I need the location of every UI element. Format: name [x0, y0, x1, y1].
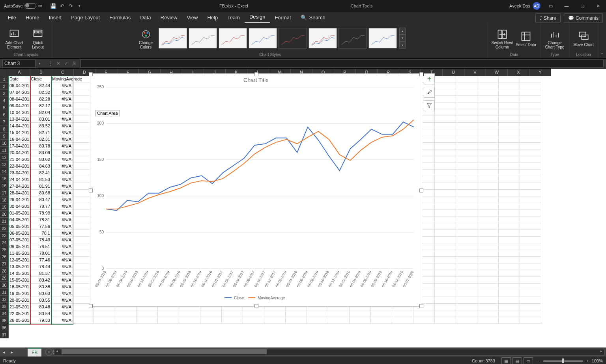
cell-date[interactable]: 13-04-2015	[9, 116, 30, 123]
row-header[interactable]: 33	[0, 303, 9, 310]
cell-empty[interactable]	[307, 310, 328, 317]
chart-handle-t[interactable]	[254, 72, 258, 76]
cell-date[interactable]: 28-04-2015	[9, 190, 30, 196]
cell-ma[interactable]: #N/A	[51, 297, 73, 304]
cell-empty[interactable]	[520, 176, 541, 183]
col-header-B[interactable]: B	[30, 69, 52, 76]
row-header[interactable]: 3	[0, 90, 9, 97]
chart-title[interactable]: Chart Title	[90, 77, 422, 83]
cell-empty[interactable]	[499, 196, 520, 203]
cell-empty[interactable]	[435, 143, 456, 149]
cell-empty[interactable]	[520, 270, 541, 277]
cell-empty[interactable]	[499, 284, 520, 290]
cell-empty[interactable]	[499, 304, 520, 310]
cell-empty[interactable]	[179, 317, 200, 324]
page-break-view-icon[interactable]: ▭	[524, 357, 533, 364]
cell-empty[interactable]	[499, 89, 520, 96]
cell-empty[interactable]	[435, 203, 456, 210]
cell-empty[interactable]	[477, 170, 499, 176]
cell-empty[interactable]	[520, 123, 541, 129]
cell-ma[interactable]: #N/A	[51, 136, 73, 143]
cell-empty[interactable]	[520, 210, 541, 217]
cell-close[interactable]: 79.33	[30, 317, 51, 324]
cell-empty[interactable]	[477, 196, 499, 203]
cell-date[interactable]: 09-04-2015	[9, 103, 30, 109]
cell-close[interactable]: 80.55	[30, 297, 51, 304]
cell-empty[interactable]	[456, 163, 477, 170]
row-header[interactable]: 17	[0, 189, 9, 196]
zoom-out-icon[interactable]: −	[538, 358, 540, 363]
cell-empty[interactable]	[73, 310, 94, 317]
cell-empty[interactable]	[456, 257, 477, 263]
zoom-in-icon[interactable]: +	[586, 358, 588, 363]
cell-empty[interactable]	[115, 310, 137, 317]
tab-insert[interactable]: Insert	[44, 12, 67, 23]
cell-close[interactable]: 78.81	[30, 217, 51, 223]
cell-empty[interactable]	[499, 223, 520, 230]
cell-date[interactable]: 07-05-2015	[9, 237, 30, 243]
cell-date[interactable]: 07-04-2015	[9, 89, 30, 96]
cell-empty[interactable]	[435, 176, 456, 183]
cell-empty[interactable]	[520, 203, 541, 210]
cell-empty[interactable]	[477, 317, 499, 324]
autosave-toggle[interactable]: AutoSave Off	[4, 3, 42, 9]
row-header[interactable]: 5	[0, 104, 9, 111]
cell-header-close[interactable]: Close	[30, 76, 51, 82]
col-header-U[interactable]: U	[443, 69, 464, 76]
cell-empty[interactable]	[456, 217, 477, 223]
quick-layout-button[interactable]: Quick Layout	[27, 27, 49, 49]
cell-empty[interactable]	[477, 290, 499, 297]
cell-ma[interactable]: #N/A	[51, 163, 73, 170]
cell-empty[interactable]	[94, 317, 115, 324]
cell-empty[interactable]	[456, 290, 477, 297]
cell-empty[interactable]	[520, 116, 541, 123]
cell-empty[interactable]	[499, 149, 520, 156]
cell-ma[interactable]: #N/A	[51, 217, 73, 223]
row-header[interactable]: 23	[0, 232, 9, 239]
cell-date[interactable]: 11-05-2015	[9, 250, 30, 257]
chart-elements-btn[interactable]: +	[424, 73, 435, 84]
cell-empty[interactable]	[328, 310, 350, 317]
cell-empty[interactable]	[435, 310, 456, 317]
row-header[interactable]: 29	[0, 274, 9, 282]
cell-date[interactable]: 06-04-2015	[9, 82, 30, 89]
cell-empty[interactable]	[456, 129, 477, 136]
cell-empty[interactable]	[286, 317, 307, 324]
cell-empty[interactable]	[435, 163, 456, 170]
chart-style-6[interactable]	[309, 28, 337, 49]
cell-empty[interactable]	[520, 136, 541, 143]
cell-empty[interactable]	[520, 284, 541, 290]
cell-empty[interactable]	[499, 257, 520, 263]
cell-date[interactable]: 24-04-2015	[9, 176, 30, 183]
row-header[interactable]: 9	[0, 133, 9, 140]
cell-ma[interactable]: #N/A	[51, 237, 73, 243]
cell-empty[interactable]	[499, 270, 520, 277]
cell-ma[interactable]: #N/A	[51, 123, 73, 129]
cell-empty[interactable]	[499, 163, 520, 170]
cell-empty[interactable]	[328, 317, 350, 324]
cell-close[interactable]: 82.41	[30, 170, 51, 176]
maximize-button[interactable]: ▢	[574, 0, 590, 12]
cell-empty[interactable]	[499, 297, 520, 304]
cell-empty[interactable]	[477, 183, 499, 190]
row-header[interactable]: 18	[0, 196, 9, 203]
chart-plot-area[interactable]: 05010015020025006-04-201506-06-201506-08…	[90, 83, 422, 304]
cell-empty[interactable]	[477, 277, 499, 284]
cell-empty[interactable]	[94, 310, 115, 317]
cell-empty[interactable]	[456, 263, 477, 270]
cell-empty[interactable]	[520, 310, 541, 317]
cell-empty[interactable]	[499, 183, 520, 190]
col-header-A[interactable]: A	[9, 69, 30, 76]
cell-empty[interactable]	[115, 317, 137, 324]
cell-ma[interactable]: #N/A	[51, 317, 73, 324]
cell-empty[interactable]	[456, 243, 477, 250]
cell-empty[interactable]	[456, 136, 477, 143]
qat-dropdown-icon[interactable]: ▾	[76, 3, 82, 9]
fx-icon[interactable]: fx	[70, 60, 78, 67]
formula-input[interactable]	[80, 59, 604, 68]
cell-empty[interactable]	[499, 317, 520, 324]
add-chart-element-button[interactable]: Add Chart Element	[3, 27, 25, 49]
cell-empty[interactable]	[243, 317, 264, 324]
tab-help[interactable]: Help	[202, 12, 223, 23]
row-header[interactable]: 28	[0, 267, 9, 274]
